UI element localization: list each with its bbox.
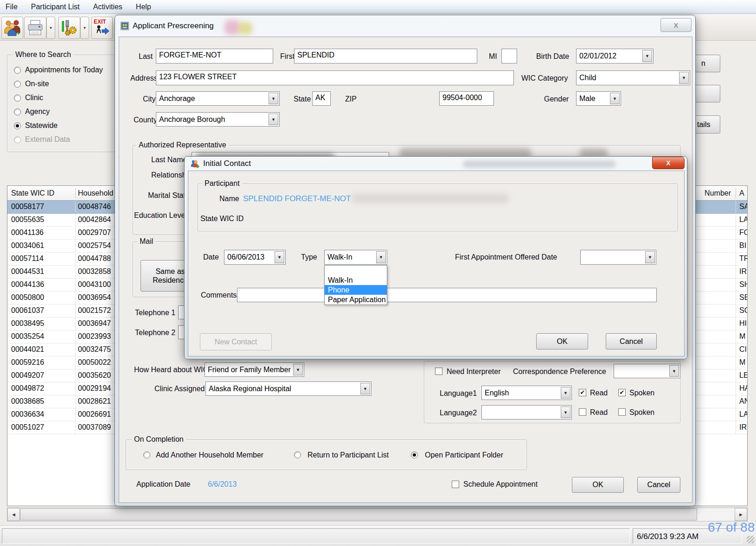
first-name-field[interactable]: SPLENDID [294,49,477,63]
clinic-assigned-combo[interactable]: Alaska Regional Hospital [205,381,372,396]
table-cell: LA [739,216,747,224]
scroll-right-button[interactable] [735,508,747,521]
language1-dropdown-icon[interactable] [561,387,570,399]
mi-field[interactable] [501,49,517,63]
first-appt-dropdown-icon[interactable] [645,251,655,263]
wic-category-dropdown-icon[interactable] [679,72,689,84]
scrollbar-thumb[interactable] [20,508,697,521]
initial-contact-title-bar[interactable]: Initial Contact [190,157,251,171]
radio-agency[interactable] [14,108,21,115]
how-heard-label: How Heard about WIC [134,366,208,374]
menu-activities[interactable]: Activities [93,3,129,11]
initial-contact-close-button[interactable] [652,157,685,169]
language2-spoken-label: Spoken [629,408,654,417]
language2-read-checkbox[interactable] [579,408,586,416]
table-cell: 00028621 [78,397,111,406]
column-header-state-wic-id[interactable]: State WIC ID [11,189,54,197]
radio-clinic[interactable] [14,95,21,102]
type-dropdown-option[interactable]: Paper Application [325,295,387,305]
radio-appointments-for-today[interactable] [14,67,21,74]
need-interpreter-checkbox[interactable] [435,368,442,375]
language1-combo[interactable]: English [481,386,572,400]
schedule-appointment-checkbox[interactable] [452,481,459,488]
radio-label-open-folder[interactable]: Open Participant Folder [425,451,503,459]
birth-date-dropdown-icon[interactable] [642,50,652,62]
prescreening-close-button[interactable] [660,18,692,32]
tools-dropdown-button[interactable] [80,17,89,39]
radio-return-to-participant-list[interactable] [294,451,301,458]
gender-dropdown-icon[interactable] [610,93,620,104]
prescreening-cancel-button[interactable]: Cancel [637,477,680,493]
how-heard-dropdown-icon[interactable] [293,364,303,375]
contact-date-dropdown-icon[interactable] [275,251,284,263]
table-cell: 00036954 [78,293,111,302]
type-dropdown-option[interactable]: Walk-In [325,275,387,285]
language1-read-checkbox[interactable] [579,389,586,396]
county-dropdown-icon[interactable] [269,114,278,125]
menu-help[interactable]: Help [136,3,158,11]
table-cell: 00038495 [11,319,44,328]
radio-statewide[interactable] [14,122,21,129]
type-dropdown-option[interactable] [325,266,387,275]
wic-category-combo[interactable]: Child [576,70,690,85]
radio-add-another-household-member[interactable] [143,451,150,458]
correspondence-dropdown-icon[interactable] [669,365,679,377]
radio-label-return-to-list[interactable]: Return to Participant List [308,451,389,459]
first-appt-offered-picker[interactable] [580,250,656,265]
city-dropdown-icon[interactable] [269,93,278,104]
participant-group-title: Participant [202,179,242,188]
table-cell: 00059216 [11,358,44,367]
scroll-left-button[interactable] [7,508,20,521]
radio-label-statewide[interactable]: Statewide [25,121,58,130]
birth-date-picker[interactable]: 02/01/2012 [576,49,653,63]
address-field[interactable]: 123 FLOWER STREET [156,70,514,85]
participants-button[interactable] [1,17,23,39]
language2-spoken-checkbox[interactable] [618,408,626,416]
radio-label-on-site[interactable]: On-site [25,80,49,88]
print-dropdown-button[interactable] [46,17,55,39]
table-cell: SA [739,203,747,211]
print-button[interactable] [24,17,46,39]
radio-label-clinic[interactable]: Clinic [25,94,43,102]
radio-label-agency[interactable]: Agency [25,108,50,116]
state-field[interactable]: AK [312,91,331,106]
participant-state-wic-id-label: State WIC ID [200,215,243,223]
status-bar: 6/6/2013 9:23 AM [0,525,756,546]
county-combo[interactable]: Anchorage Borough [156,112,280,127]
menu-file[interactable]: File [6,3,25,11]
city-combo[interactable]: Anchorage [156,91,280,106]
type-dropdown-list[interactable]: Walk-InPhonePaper Application [324,265,387,305]
column-header-household[interactable]: Household [78,189,114,197]
comments-field[interactable] [237,288,657,302]
table-cell: SE [739,293,747,302]
exit-button[interactable]: EXIT [91,17,113,39]
radio-on-site[interactable] [14,81,21,88]
zip-field[interactable]: 99504-0000 [439,91,494,106]
contact-type-combo[interactable]: Walk-In [324,250,387,265]
radio-label-add-another[interactable]: Add Another Household Member [156,451,263,459]
language1-spoken-checkbox[interactable] [618,389,626,396]
contact-date-picker[interactable]: 06/06/2013 [224,250,286,265]
gender-combo[interactable]: Male [576,91,621,106]
initial-contact-cancel-button[interactable]: Cancel [606,333,657,349]
radio-label-appointments[interactable]: Appointments for Today [25,66,103,74]
prescreening-title-bar[interactable]: Applicant Prescreening [121,15,214,37]
resize-grip[interactable] [747,536,754,543]
last-name-field[interactable]: FORGET-ME-NOT [156,49,273,63]
type-dropdown-option[interactable]: Phone [325,285,387,295]
prescreening-ok-button[interactable]: OK [572,477,624,493]
correspondence-preference-combo[interactable] [614,364,680,378]
initial-contact-ok-button[interactable]: OK [536,333,588,349]
prescreening-title: Applicant Prescreening [133,21,214,31]
radio-open-participant-folder[interactable] [411,451,418,458]
clinic-assigned-dropdown-icon[interactable] [360,383,370,394]
language2-combo[interactable] [481,405,572,419]
contact-type-dropdown-icon[interactable] [376,251,386,263]
column-header-a[interactable]: A [739,189,744,197]
menu-participant-list[interactable]: Participant List [31,3,87,11]
tools-button[interactable] [58,17,80,39]
language2-dropdown-icon[interactable] [561,406,570,418]
horizontal-scrollbar[interactable] [7,508,748,521]
column-divider [736,188,736,198]
how-heard-combo[interactable]: Friend or Family Member [205,362,304,377]
